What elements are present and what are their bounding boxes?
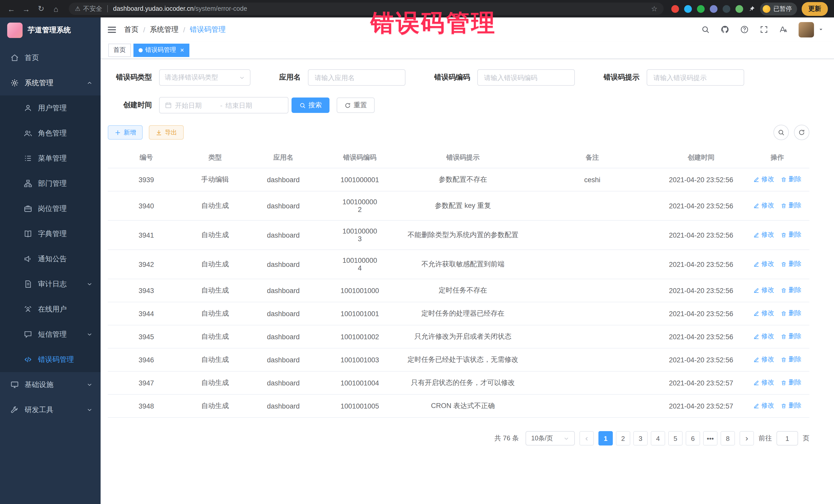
sidebar-item-menu-management[interactable]: 菜单管理 [0,146,101,171]
date-range-picker[interactable]: - [159,97,288,113]
delete-button[interactable]: 删除 [781,378,802,387]
sidebar-item-audit-log[interactable]: 审计日志 [0,271,101,297]
breadcrumb-home[interactable]: 首页 [124,25,138,34]
browser-forward-icon[interactable]: → [21,4,31,13]
pagination-page-8[interactable]: 8 [721,431,735,445]
extensions-pin-icon[interactable] [748,5,755,13]
edit-button[interactable]: 修改 [753,309,774,318]
start-date-input[interactable] [175,101,217,109]
edit-button[interactable]: 修改 [753,355,774,364]
delete-button[interactable]: 删除 [781,355,802,364]
cell-created-at: 2021-04-20 23:52:56 [657,302,745,325]
fullscreen-icon[interactable] [760,25,768,34]
sidebar-item-post-management[interactable]: 岗位管理 [0,196,101,221]
delete-button[interactable]: 删除 [781,201,802,210]
edit-button[interactable]: 修改 [753,175,774,184]
dark-badge-extension-icon[interactable] [723,5,730,13]
sidebar-item-system[interactable]: 系统管理 [0,70,101,95]
sidebar-item-role-management[interactable]: 角色管理 [0,120,101,146]
pagination-more-button[interactable]: ••• [703,431,718,445]
delete-button[interactable]: 删除 [781,309,802,318]
search-icon[interactable] [701,25,710,34]
green-check-extension-icon[interactable] [697,5,705,13]
font-size-icon[interactable] [779,25,788,34]
app-name-input[interactable] [308,69,405,86]
table-row: 3943自动生成dashboard1001001000定时任务不存在2021-0… [108,279,809,302]
people-extension-icon[interactable] [710,5,718,13]
sidebar-item-online-users[interactable]: 在线用户 [0,297,101,322]
paused-badge[interactable]: 已暂停 [760,2,797,15]
sidebar-toggle-icon[interactable] [108,26,116,32]
tab-error-code[interactable]: 错误码管理× [133,43,189,57]
edit-button[interactable]: 修改 [753,286,774,295]
goto-page-input[interactable] [776,431,798,445]
sidebar-item-dept-management[interactable]: 部门管理 [0,171,101,196]
search-button[interactable]: 搜索 [291,97,329,113]
edit-button[interactable]: 修改 [753,201,774,210]
pagination-page-4[interactable]: 4 [651,431,665,445]
caret-down-icon[interactable] [818,27,824,32]
pagination-page-1[interactable]: 1 [598,431,613,445]
edit-button[interactable]: 修改 [753,332,774,341]
tab-close-icon[interactable]: × [180,47,184,53]
error-hint-input[interactable] [647,69,744,86]
pagination-page-5[interactable]: 5 [668,431,683,445]
export-button[interactable]: 导出 [149,125,184,139]
green-dot-extension-icon[interactable] [736,5,743,13]
address-bar[interactable]: ⚠ 不安全 dashboard.yudao.iocoder.cn /system… [69,3,664,15]
edit-button[interactable]: 修改 [753,401,774,410]
delete-button[interactable]: 删除 [781,401,802,410]
next-page-button[interactable]: › [740,431,754,445]
breadcrumb-separator: / [143,25,145,34]
red-dot-extension-icon[interactable] [671,5,679,13]
refresh-icon [344,102,351,109]
help-icon[interactable] [740,25,749,34]
github-icon[interactable] [721,25,729,34]
page-size-select[interactable]: 10条/页 [526,431,575,445]
edit-button[interactable]: 修改 [753,231,774,239]
pagination-page-2[interactable]: 2 [616,431,630,445]
delete-button[interactable]: 删除 [781,260,802,269]
delete-button[interactable]: 删除 [781,231,802,239]
sidebar-item-error-code-management[interactable]: 错误码管理 [0,347,101,372]
delete-button[interactable]: 删除 [781,175,802,184]
page-size-value: 10条/页 [531,434,564,443]
user-avatar[interactable] [798,22,814,37]
sidebar-item-dev-tools[interactable]: 研发工具 [0,397,101,422]
delete-icon [781,334,787,340]
add-button[interactable]: 新增 [108,125,143,139]
sidebar-item-user-management[interactable]: 用户管理 [0,95,101,120]
edit-button[interactable]: 修改 [753,260,774,269]
pagination-page-6[interactable]: 6 [686,431,700,445]
browser-back-icon[interactable]: ← [6,4,17,13]
error-type-select[interactable]: 请选择错误码类型 [159,69,250,86]
pagination-page-3[interactable]: 3 [633,431,648,445]
table-row: 3940自动生成dashboard100100000 2参数配置 key 重复2… [108,191,809,220]
browser-update-button[interactable]: 更新 [802,2,828,16]
toggle-search-button[interactable] [773,125,789,140]
sidebar-item-notice[interactable]: 通知公告 [0,246,101,271]
reset-button[interactable]: 重置 [337,97,375,113]
tab-home[interactable]: 首页 [108,43,131,57]
breadcrumb-system[interactable]: 系统管理 [150,25,179,34]
blue-drop-extension-icon[interactable] [684,5,692,13]
cell-message: 定时任务不存在 [398,279,528,302]
delete-button[interactable]: 删除 [781,332,802,341]
error-code-input[interactable] [477,69,575,86]
sidebar-item-sms-management[interactable]: 短信管理 [0,322,101,347]
goto-label: 前往 [759,434,772,443]
refresh-table-button[interactable] [794,125,809,140]
previous-page-button[interactable]: ‹ [579,431,594,445]
sidebar-item-home[interactable]: 首页 [0,45,101,70]
browser-reload-icon[interactable]: ↻ [36,4,46,13]
end-date-input[interactable] [225,101,268,109]
delete-button[interactable]: 删除 [781,286,802,295]
browser-home-icon[interactable]: ⌂ [51,4,61,13]
edit-button[interactable]: 修改 [753,378,774,387]
sidebar-item-dict-management[interactable]: 字典管理 [0,221,101,246]
cell-id: 3943 [108,279,185,302]
sidebar-item-infrastructure[interactable]: 基础设施 [0,372,101,397]
breadcrumb-separator: / [183,25,185,34]
bookmark-star-icon[interactable]: ☆ [651,5,657,13]
sidebar-item-label: 审计日志 [38,280,87,289]
